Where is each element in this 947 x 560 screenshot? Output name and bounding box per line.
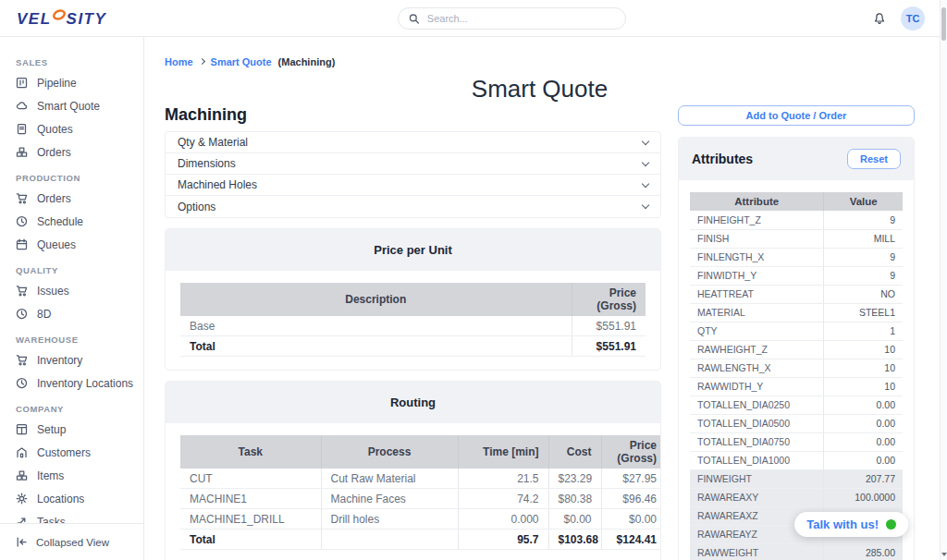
column-header-cost: Cost xyxy=(548,435,601,469)
sidebar-item-inventory-locations[interactable]: Inventory Locations xyxy=(0,371,143,395)
breadcrumb-home-link[interactable]: Home xyxy=(165,56,193,67)
sidebar-item-smart-quote[interactable]: Smart Quote xyxy=(0,94,143,117)
sidebar-item-issues[interactable]: Issues xyxy=(0,279,143,302)
sidebar-item-customers[interactable]: Customers xyxy=(0,441,143,464)
page-scrollbar[interactable] xyxy=(940,0,947,560)
attribute-name: RAWLENGTH_X xyxy=(690,359,824,377)
search-icon xyxy=(409,13,420,25)
boxes-icon xyxy=(16,146,28,158)
sidebar-item-production-orders[interactable]: Orders xyxy=(0,187,143,210)
table-row: TOTALLEN_DIA07500.00 xyxy=(690,432,903,451)
table-row: MATERIALSTEEL1 xyxy=(690,303,903,322)
sidebar-item-label: Smart Quote xyxy=(37,100,100,113)
attribute-name: FINHEIGHT_Z xyxy=(690,211,824,229)
sidebar-item-label: Quotes xyxy=(37,123,73,136)
sidebar-item-setup[interactable]: Setup xyxy=(0,418,143,441)
attribute-name: TOTALLEN_DIA0750 xyxy=(690,432,824,451)
attribute-value: 207.77 xyxy=(824,469,903,488)
sidebar-item-pipeline[interactable]: Pipeline xyxy=(0,71,143,94)
sidebar-item-label: Orders xyxy=(37,146,71,159)
table-row: TOTALLEN_DIA05000.00 xyxy=(690,414,903,432)
sidebar-item-label: Customers xyxy=(37,446,91,459)
sidebar-item-label: Setup xyxy=(37,423,66,436)
attribute-value: 10 xyxy=(824,359,903,377)
column-header-task: Task xyxy=(180,435,321,469)
routing-process: Drill holes xyxy=(321,509,458,530)
accordion-item-options[interactable]: Options xyxy=(166,196,660,217)
cart-icon xyxy=(16,354,28,366)
chevron-down-icon xyxy=(642,201,649,209)
add-to-quote-order-button[interactable]: Add to Quote / Order xyxy=(678,105,915,126)
breadcrumb-context: (Machining) xyxy=(278,56,336,67)
attribute-name: FINISH xyxy=(690,229,824,248)
routing-total-time: 95.7 xyxy=(458,530,548,550)
scrollbar-down-arrow-icon[interactable] xyxy=(941,553,947,556)
attribute-name: FINWIDTH_Y xyxy=(690,266,824,285)
routing-cost: $80.38 xyxy=(548,489,601,509)
attribute-name: MATERIAL xyxy=(690,303,824,322)
sidebar-item-label: Schedule xyxy=(37,215,83,228)
boxes-icon xyxy=(16,469,28,481)
calendar-icon xyxy=(16,238,28,250)
accordion-item-dimensions[interactable]: Dimensions xyxy=(166,153,660,175)
attributes-title: Attributes xyxy=(692,152,753,166)
sidebar-item-8d[interactable]: 8D xyxy=(0,302,143,325)
sidebar-item-label: Inventory Locations xyxy=(37,377,133,390)
sidebar-item-schedule[interactable]: Schedule xyxy=(0,210,143,233)
cart-icon xyxy=(16,285,28,297)
table-row: RAWLENGTH_X10 xyxy=(690,359,903,377)
search-input[interactable] xyxy=(427,13,615,24)
routing-total-process-empty xyxy=(321,530,458,550)
routing-task: CUT xyxy=(180,469,321,489)
table-row: FINHEIGHT_Z9 xyxy=(690,211,903,229)
column-header-price-gross: Price (Gross) xyxy=(601,435,661,469)
table-row: CUT Cut Raw Material 21.5 $23.29 $27.95 xyxy=(180,469,661,489)
sidebar-item-locations[interactable]: Locations xyxy=(0,487,143,510)
attribute-value: 0.00 xyxy=(824,451,903,469)
attribute-value: NO xyxy=(824,285,903,303)
sidebar-item-queues[interactable]: Queues xyxy=(0,233,143,256)
global-search[interactable] xyxy=(398,7,626,30)
clock-icon xyxy=(16,215,28,227)
notifications-bell-icon[interactable] xyxy=(872,10,887,29)
attribute-name: HEATTREAT xyxy=(690,285,824,303)
table-row: TOTALLEN_DIA02500.00 xyxy=(690,396,903,414)
routing-cost: $23.29 xyxy=(548,469,601,489)
user-avatar[interactable]: TC xyxy=(901,6,925,30)
velosity-logo[interactable]: VEL SITY xyxy=(17,8,106,29)
sidebar-item-items[interactable]: Items xyxy=(0,464,143,487)
scrollbar-thumb[interactable] xyxy=(941,7,946,41)
breadcrumb-smart-quote-link[interactable]: Smart Quote xyxy=(211,56,272,67)
collapse-sidebar-button[interactable]: Collapsed View xyxy=(0,523,143,560)
top-header: VEL SITY TC xyxy=(0,0,947,37)
chevron-right-icon xyxy=(199,58,205,65)
attribute-value: STEEL1 xyxy=(824,303,903,322)
chevron-down-icon xyxy=(642,137,649,144)
chat-widget-button[interactable]: Talk with us! xyxy=(794,512,908,537)
routing-table: Task Process Time [min] Cost Price (Gros… xyxy=(180,435,661,550)
accordion-item-qty-material[interactable]: Qty & Material xyxy=(166,132,660,153)
table-row: Base $551.91 xyxy=(180,316,646,336)
column-header-process: Process xyxy=(321,435,458,469)
accordion-item-machined-holes[interactable]: Machined Holes xyxy=(166,175,660,196)
price-per-unit-card: Price per Unit Description Price (Gross)… xyxy=(165,228,661,371)
reset-button[interactable]: Reset xyxy=(847,149,901,169)
attribute-value: 0.00 xyxy=(824,432,903,451)
table-row: FINLENGTH_X9 xyxy=(690,248,903,266)
sidebar-section-warehouse: WAREHOUSE xyxy=(0,325,143,348)
column-header-price-gross: Price (Gross) xyxy=(572,283,646,316)
price-row-value: $551.91 xyxy=(572,316,646,336)
attribute-name: TOTALLEN_DIA0250 xyxy=(690,396,824,414)
table-row-computed: RAWAREAXY100.0000 xyxy=(690,488,903,506)
sidebar-item-quotes[interactable]: Quotes xyxy=(0,117,143,140)
sidebar-item-inventory[interactable]: Inventory xyxy=(0,348,143,371)
routing-process: Machine Faces xyxy=(321,489,458,509)
sidebar-item-sales-orders[interactable]: Orders xyxy=(0,140,143,164)
collapse-sidebar-label: Collapsed View xyxy=(36,537,109,548)
accordion-item-label: Machined Holes xyxy=(178,178,257,191)
table-row: MACHINE1 Machine Faces 74.2 $80.38 $96.4… xyxy=(180,489,661,509)
attribute-value: 100.0000 xyxy=(824,488,903,506)
attribute-name: FINWEIGHT xyxy=(690,469,824,488)
logo-swoosh-icon xyxy=(53,8,66,28)
routing-task: MACHINE1 xyxy=(180,489,321,509)
